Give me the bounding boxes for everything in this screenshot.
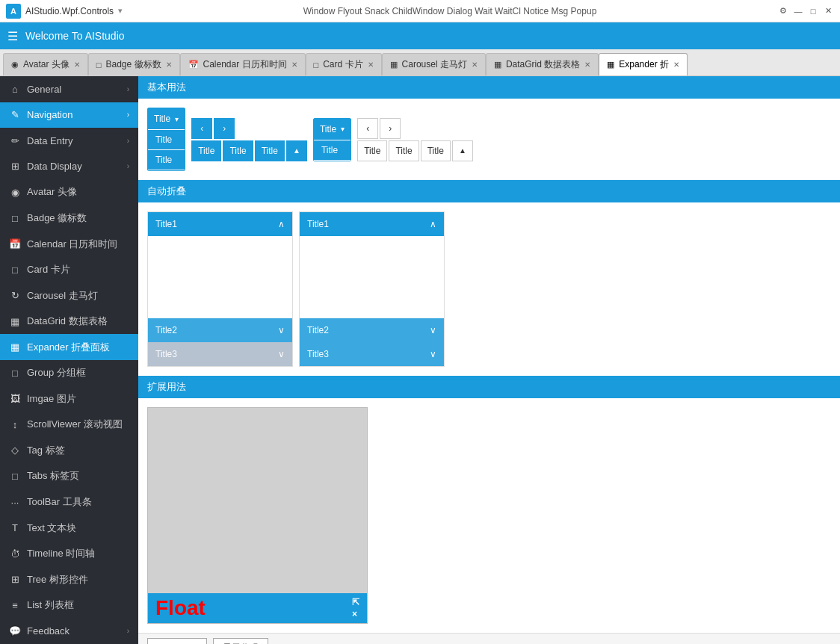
- nav-item-title-2b[interactable]: Title: [389, 140, 419, 161]
- tab-bar: ◉ Avatar 头像 ✕ □ Badge 徽标数 ✕ 📅 Calendar 日…: [0, 49, 840, 76]
- sidebar-item-card[interactable]: □ Card 卡片: [0, 257, 138, 283]
- tab-datagrid[interactable]: ▦ DataGrid 数据表格 ✕: [486, 53, 599, 75]
- float-expand-icon[interactable]: ⇱: [352, 597, 359, 607]
- tab-datagrid-label: DataGrid 数据表格: [506, 58, 580, 71]
- sidebar-item-carousel[interactable]: ↻ Carousel 走马灯: [0, 282, 138, 309]
- sidebar-carousel-label: Carousel 走马灯: [27, 289, 129, 303]
- sidebar-general-label: General: [27, 84, 121, 95]
- tab-calendar[interactable]: 📅 Calendar 日历和时间 ✕: [180, 53, 306, 75]
- accordion-left-title1[interactable]: Title1 ∧: [148, 212, 292, 236]
- nav-item-title-2c[interactable]: Title: [421, 140, 451, 161]
- sidebar-item-general[interactable]: ⌂ General ›: [0, 76, 138, 102]
- sidebar-item-timeline[interactable]: ⏱ Timeline 时间轴: [0, 541, 138, 567]
- sidebar-item-text[interactable]: T Text 文本块: [0, 515, 138, 541]
- nav-expander-2-header: ‹ ›: [357, 118, 473, 139]
- tab-avatar[interactable]: ◉ Avatar 头像 ✕: [3, 53, 88, 75]
- nav-next-btn-2[interactable]: ›: [380, 118, 401, 139]
- tab-card-label: Card 卡片: [323, 58, 362, 71]
- tab-card[interactable]: □ Card 卡片 ✕: [306, 53, 382, 75]
- sidebar-item-group[interactable]: □ Group 分组框: [0, 360, 138, 386]
- sidebar-item-badge[interactable]: □ Badge 徽标数: [0, 205, 138, 232]
- sidebar-expander-label: Expander 折叠面板: [27, 341, 129, 354]
- group-icon: □: [9, 368, 21, 379]
- nav-item-title-2a[interactable]: Title: [357, 140, 387, 161]
- sidebar-data-entry-arrow: ›: [127, 137, 129, 145]
- tab-badge-close[interactable]: ✕: [166, 61, 172, 69]
- accordion-right-title3[interactable]: Title3 ∨: [300, 342, 444, 366]
- nav-prev-btn-2[interactable]: ‹: [357, 118, 378, 139]
- sidebar-item-tag[interactable]: ◇ Tag 标签: [0, 438, 138, 464]
- maximize-button[interactable]: □: [807, 5, 819, 17]
- sidebar-item-toolbar[interactable]: ··· ToolBar 工具条: [0, 489, 138, 515]
- close-button[interactable]: ✕: [822, 5, 834, 17]
- sidebar-toolbar-label: ToolBar 工具条: [27, 495, 129, 509]
- float-close-icon[interactable]: ×: [352, 609, 359, 619]
- tab-avatar-label: Avatar 头像: [23, 58, 70, 71]
- expander-1-item-1[interactable]: Title: [148, 130, 185, 149]
- tab-card-close[interactable]: ✕: [368, 61, 374, 69]
- sidebar-item-scrollviewer[interactable]: ↕ ScrollViewer 滚动视图: [0, 412, 138, 438]
- title-bar-left: A AIStudio.Wpf.Controls ▾: [6, 4, 123, 19]
- hamburger-menu-icon[interactable]: ☰: [7, 29, 18, 43]
- carousel-tab-icon: ▦: [390, 60, 398, 69]
- sidebar-data-display-label: Data Display: [27, 161, 121, 172]
- sidebar-item-tabs[interactable]: □ Tabs 标签页: [0, 463, 138, 489]
- section-autofold-title: 自动折叠: [147, 185, 186, 198]
- expander-1-header[interactable]: Title ▾: [148, 108, 185, 129]
- sidebar-item-image[interactable]: 🖼 Imgae 图片: [0, 386, 138, 412]
- tab-avatar-close[interactable]: ✕: [74, 61, 80, 69]
- accordion-left-title1-label: Title1: [155, 219, 177, 229]
- float-controls[interactable]: ⇱ ×: [352, 597, 359, 619]
- tab-expander[interactable]: ▦ Expander 折 ✕: [599, 53, 688, 75]
- app-name: AIStudio.Wpf.Controls: [25, 6, 114, 16]
- sidebar-item-calendar[interactable]: 📅 Calendar 日历和时间: [0, 231, 138, 257]
- tab-expander-close[interactable]: ✕: [673, 61, 679, 69]
- sidebar-item-tree[interactable]: ⊞ Tree 树形控件: [0, 566, 138, 592]
- window-controls: ⚙ — □ ✕: [777, 5, 834, 17]
- section-autofold-header: 自动折叠: [138, 180, 840, 202]
- nav-next-btn-1[interactable]: ›: [214, 118, 235, 139]
- tab-calendar-close[interactable]: ✕: [291, 61, 297, 69]
- sidebar-image-label: Imgae 图片: [27, 392, 129, 406]
- minimize-button[interactable]: —: [792, 5, 804, 17]
- sidebar-item-avatar[interactable]: ◉ Avatar 头像: [0, 179, 138, 205]
- nav-item-up-1[interactable]: ▲: [286, 140, 307, 161]
- expander-1-item-2[interactable]: Title: [148, 150, 185, 170]
- expander-2-header[interactable]: Title ▾: [314, 119, 350, 140]
- settings-icon[interactable]: ⚙: [777, 5, 789, 17]
- toolbar-icon: ···: [9, 497, 21, 508]
- nav-item-up-2[interactable]: ▲: [452, 140, 473, 161]
- sidebar-tag-label: Tag 标签: [27, 444, 129, 457]
- tab-badge[interactable]: □ Badge 徽标数 ✕: [88, 53, 180, 75]
- expander-1-title: Title: [154, 114, 170, 124]
- sidebar-item-expander[interactable]: ▦ Expander 折叠面板: [0, 334, 138, 360]
- app-logo: A: [6, 4, 21, 19]
- badge-tab-icon: □: [96, 61, 102, 69]
- accordion-right-title2[interactable]: Title2 ∨: [300, 318, 444, 342]
- expander-2-item-1[interactable]: Title: [314, 140, 350, 160]
- sidebar-item-datagrid[interactable]: ▦ DataGrid 数据表格: [0, 309, 138, 335]
- accordion-left-title2-label: Title2: [155, 325, 177, 335]
- tab-datagrid-close[interactable]: ✕: [584, 61, 590, 69]
- expander-dropdown-1[interactable]: Title ▾ Title Title: [147, 108, 185, 171]
- sidebar-item-data-entry[interactable]: ✏ Data Entry ›: [0, 128, 138, 154]
- sidebar-item-feedback[interactable]: 💬 Feedback ›: [0, 618, 138, 644]
- nav-item-title-1c[interactable]: Title: [255, 140, 285, 161]
- expander-dropdown-2[interactable]: Title ▾ Title: [313, 118, 351, 161]
- accordion-right-title1[interactable]: Title1 ∧: [300, 212, 444, 236]
- sidebar-item-list[interactable]: ≡ List 列表框: [0, 592, 138, 619]
- sidebar-item-data-display[interactable]: ⊞ Data Display ›: [0, 154, 138, 180]
- accordion-right-title2-arrow: ∨: [430, 325, 436, 335]
- show-code-button[interactable]: 显示代码: [213, 638, 268, 645]
- accordion-right-title3-label: Title3: [307, 349, 329, 359]
- code-type-dropdown[interactable]: ▾: [147, 638, 207, 645]
- tab-carousel[interactable]: ▦ Carousel 走马灯 ✕: [382, 53, 486, 75]
- nav-item-title-1b[interactable]: Title: [223, 140, 253, 161]
- sidebar-item-navigation[interactable]: ✎ Navigation ›: [0, 102, 138, 129]
- nav-item-title-1a[interactable]: Title: [191, 140, 221, 161]
- accordion-container: Title1 ∧ Title2 ∨ Title3 ∨: [147, 211, 831, 367]
- accordion-left-title2[interactable]: Title2 ∨: [148, 318, 292, 342]
- accordion-left-title3[interactable]: Title3 ∨: [148, 342, 292, 366]
- tab-carousel-close[interactable]: ✕: [472, 61, 478, 69]
- nav-prev-btn-1[interactable]: ‹: [191, 118, 212, 139]
